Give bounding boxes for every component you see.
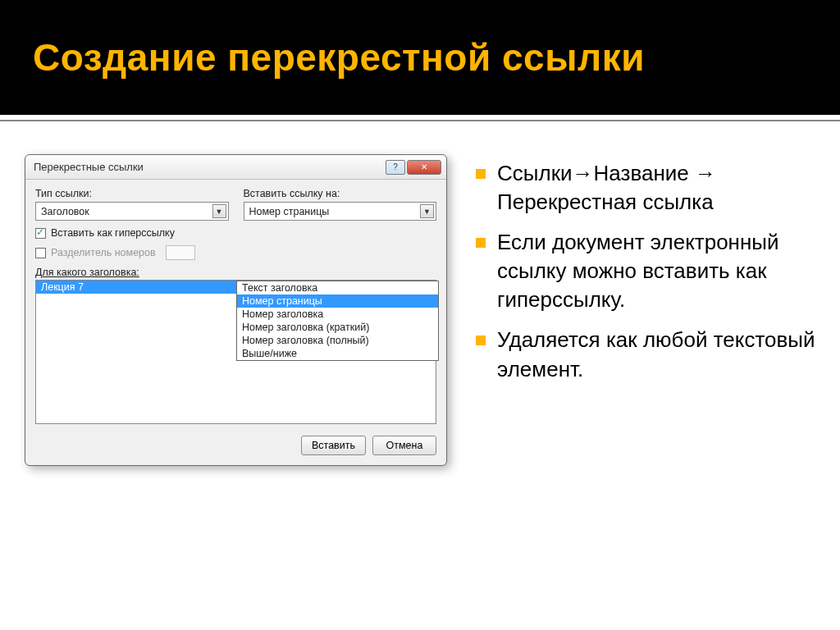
dropdown-option[interactable]: Номер заголовка (полный) (237, 334, 438, 347)
bullet-icon (476, 336, 486, 345)
separator-label: Разделитель номеров (51, 247, 156, 258)
link-type-value: Заголовок (41, 206, 89, 217)
dropdown-option[interactable]: Текст заголовка (237, 281, 438, 294)
chevron-down-icon: ▼ (212, 204, 226, 218)
dialog-body: Тип ссылки: Заголовок ▼ Вставить как гип… (25, 180, 446, 431)
list-item: Если документ электронный ссылку можно в… (476, 228, 824, 314)
dropdown-option[interactable]: Номер заголовка (краткий) (237, 321, 438, 334)
list-item: Ссылки→Название → Перекрестная ссылка (476, 159, 824, 217)
link-type-combo[interactable]: Заголовок ▼ (35, 202, 229, 221)
insert-ref-dropdown[interactable]: Текст заголовка Номер страницы Номер заг… (236, 281, 439, 361)
cancel-button[interactable]: Отмена (372, 436, 436, 455)
bullet-list: Ссылки→Название → Перекрестная ссылка Ес… (476, 154, 824, 466)
insert-ref-label: Вставить ссылку на: (244, 188, 437, 199)
bullet-icon (476, 169, 486, 179)
insert-ref-value: Номер страницы (249, 206, 330, 217)
heading-list[interactable]: Лекция 7 Текст заголовка Номер страницы … (35, 280, 436, 424)
dialog-titlebar: Перекрестные ссылки ? ✕ (25, 155, 446, 180)
chevron-down-icon: ▼ (420, 204, 434, 218)
link-type-label: Тип ссылки: (35, 188, 229, 199)
for-heading-label: Для какого заголовка: (35, 267, 436, 278)
list-item: Удаляется как любой текстовый элемент. (476, 326, 824, 383)
dropdown-option[interactable]: Выше/ниже (237, 347, 438, 360)
dropdown-option[interactable]: Номер страницы (237, 294, 438, 308)
dialog-title-text: Перекрестные ссылки (34, 161, 144, 173)
bullet-text: Ссылки→Название → Перекрестная ссылка (497, 159, 824, 217)
insert-ref-combo[interactable]: Номер страницы ▼ (244, 202, 437, 221)
insert-button[interactable]: Вставить (301, 436, 366, 455)
dialog-screenshot: Перекрестные ссылки ? ✕ Тип ссылки: Заго… (25, 154, 451, 466)
separator-row: Разделитель номеров (35, 245, 229, 260)
content-area: Перекрестные ссылки ? ✕ Тип ссылки: Заго… (0, 121, 840, 466)
bullet-text: Удаляется как любой текстовый элемент. (497, 326, 824, 383)
cross-reference-dialog: Перекрестные ссылки ? ✕ Тип ссылки: Заго… (25, 154, 447, 466)
insert-as-hyperlink-checkbox[interactable] (35, 228, 46, 239)
slide-title-bar: Создание перекрестной ссылки (0, 0, 840, 115)
help-button[interactable]: ? (386, 160, 405, 175)
bullet-icon (476, 238, 486, 248)
separator-input (166, 245, 195, 260)
bullet-text: Если документ электронный ссылку можно в… (497, 228, 824, 314)
insert-as-hyperlink-label: Вставить как гиперссылку (51, 227, 175, 239)
dialog-buttons: Вставить Отмена (25, 431, 446, 465)
insert-as-hyperlink-row[interactable]: Вставить как гиперссылку (35, 227, 229, 239)
separator-checkbox (35, 248, 46, 258)
close-button[interactable]: ✕ (407, 160, 441, 175)
dropdown-option[interactable]: Номер заголовка (237, 308, 438, 321)
slide-title: Создание перекрестной ссылки (33, 35, 645, 80)
